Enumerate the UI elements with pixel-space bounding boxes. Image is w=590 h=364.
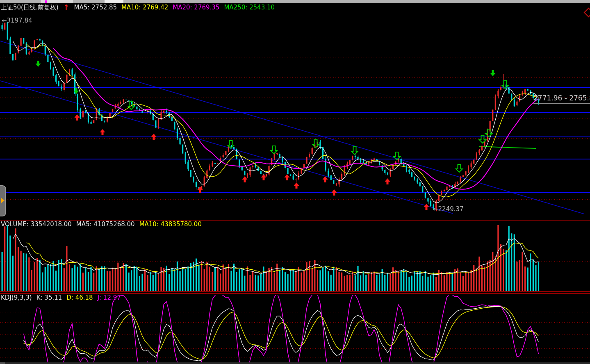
kdj-panel[interactable]: [0, 293, 590, 364]
volume-ma10-readout: MA10: 43835780.00: [139, 221, 202, 228]
sidebar-expand-handle[interactable]: [0, 185, 6, 216]
volume-panel[interactable]: [0, 220, 590, 293]
main-chart-panel[interactable]: [0, 3, 590, 220]
ma20-readout: MA20: 2769.35: [173, 4, 219, 11]
ma10-readout: MA10: 2769.42: [121, 4, 168, 11]
kdj-k-readout: K: 35.11: [36, 294, 62, 301]
kdj-j-readout: J: 12.97: [98, 294, 121, 301]
price-range-tooltip: 2771.96 - 2765.8: [533, 94, 590, 104]
top-strip-tab2: [105, 0, 123, 3]
kdj-d-readout: D: 46.18: [66, 294, 93, 301]
kdj-canvas[interactable]: [0, 293, 590, 364]
volume-readout: VOLUME: 33542018.00: [1, 221, 72, 228]
ma5-readout: MA5: 2752.85: [74, 4, 117, 11]
instrument-title: 上证50(日线.前复权): [1, 4, 59, 11]
ma250-readout: MA250: 2543.10: [224, 4, 275, 11]
low-extreme-label: ←2249.37: [433, 205, 464, 213]
main-chart-canvas[interactable]: [0, 3, 590, 220]
main-chart-header: 上证50(日线.前复权) ↑ MA5: 2752.85 MA10: 2769.4…: [1, 4, 279, 11]
volume-ma5-readout: MA5: 41075268.00: [76, 221, 135, 228]
window-bottom-edge: [0, 362, 590, 364]
bottom-corner: [0, 362, 5, 364]
top-strip-marker: [45, 0, 47, 3]
volume-canvas[interactable]: [0, 220, 590, 293]
expand-arrow-icon: [1, 198, 5, 203]
window-top-strip: [0, 0, 590, 3]
kdj-indicator-name: KDJ(9,3,3): [1, 294, 32, 301]
high-extreme-label: ←3197.84: [2, 17, 32, 24]
stock-chart-window: 上证50(日线.前复权) ↑ MA5: 2752.85 MA10: 2769.4…: [0, 0, 590, 364]
kdj-header: KDJ(9,3,3) K: 35.11 D: 46.18 J: 12.97: [1, 294, 125, 301]
up-arrow-icon: ↑: [63, 5, 70, 10]
volume-header: VOLUME: 33542018.00 MA5: 41075268.00 MA1…: [1, 221, 206, 228]
